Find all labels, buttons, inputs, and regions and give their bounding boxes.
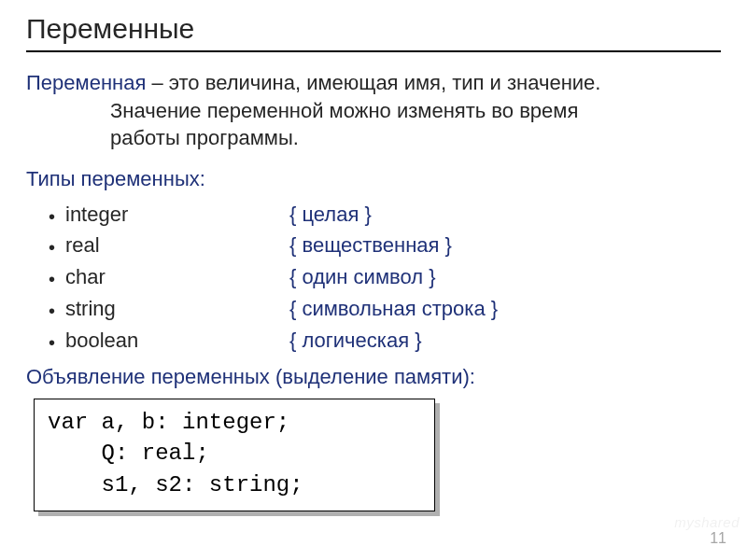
bullet-icon: •: [49, 238, 65, 257]
definition-line2: Значение переменной можно изменять во вр…: [26, 97, 721, 125]
definition-term: Переменная: [26, 71, 146, 94]
type-row: • integer { целая }: [49, 201, 721, 229]
type-name: integer: [65, 201, 289, 229]
type-desc: { целая }: [289, 201, 372, 229]
types-list: • integer { целая } • real { вещественна…: [49, 201, 721, 354]
type-desc: { символьная строка }: [289, 295, 498, 323]
code-content: var a, b: integer; Q: real; s1, s2: stri…: [34, 399, 435, 511]
bullet-icon: •: [49, 333, 65, 352]
bullet-icon: •: [49, 270, 65, 288]
type-row: • string { символьная строка }: [49, 295, 721, 323]
type-name: boolean: [65, 327, 289, 355]
type-desc: { один символ }: [289, 263, 436, 291]
slide-title: Переменные: [26, 13, 721, 52]
type-name: real: [65, 231, 289, 259]
slide-body: Переменная – это величина, имеющая имя, …: [26, 69, 721, 511]
code-block: var a, b: integer; Q: real; s1, s2: stri…: [34, 399, 435, 511]
bullet-icon: •: [49, 207, 65, 226]
type-row: • boolean { логическая }: [49, 327, 721, 355]
slide: Переменные Переменная – это величина, им…: [0, 0, 747, 560]
definition-block: Переменная – это величина, имеющая имя, …: [26, 69, 721, 152]
bullet-icon: •: [49, 301, 65, 320]
types-heading: Типы переменных:: [26, 165, 721, 193]
declaration-heading: Объявление переменных (выделение памяти)…: [26, 363, 721, 391]
type-row: • char { один символ }: [49, 263, 721, 291]
type-desc: { логическая }: [289, 327, 422, 355]
page-number: 11: [710, 530, 726, 547]
code-line: s1, s2: string;: [48, 472, 303, 497]
watermark: myshared: [674, 514, 740, 530]
type-name: string: [65, 295, 289, 323]
type-desc: { вещественная }: [289, 231, 452, 259]
definition-line3: работы программы.: [26, 124, 721, 152]
code-line: Q: real;: [48, 441, 209, 466]
code-line: var a, b: integer;: [48, 410, 289, 435]
definition-line1: – это величина, имеющая имя, тип и значе…: [146, 71, 600, 94]
type-name: char: [65, 263, 289, 291]
type-row: • real { вещественная }: [49, 231, 721, 259]
